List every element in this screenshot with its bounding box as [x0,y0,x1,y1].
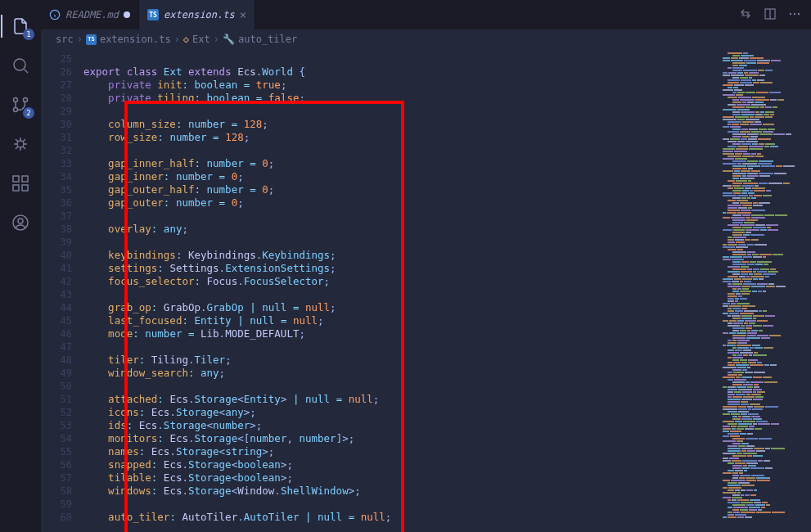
more-icon[interactable] [788,7,801,23]
svg-point-0 [14,59,25,70]
activity-bar: 1 2 [0,0,41,532]
tab-extension[interactable]: TS extension.ts × [139,0,255,29]
info-icon [49,9,61,20]
compare-icon[interactable] [739,7,752,23]
chevron-right-icon: › [77,34,83,45]
explorer-badge: 1 [23,29,34,40]
line-gutter: 2526272829303132333435363738394041424344… [41,49,83,532]
chevron-right-icon: › [214,34,219,45]
editor-row: 2526272829303132333435363738394041424344… [41,49,811,532]
editor-main: README.md TS extension.ts × src › TS ext… [41,0,811,532]
split-icon[interactable] [764,7,777,23]
tab-label: README.md [65,9,119,20]
scm-badge: 2 [23,107,34,119]
svg-rect-6 [13,185,19,191]
minimap[interactable] [717,49,811,532]
svg-rect-5 [13,176,19,182]
svg-point-15 [798,12,800,14]
breadcrumb-part[interactable]: Ext [192,34,210,45]
svg-point-3 [14,98,18,102]
class-icon: ◇ [183,34,189,45]
code-area[interactable]: export class Ext extends Ecs.World { pri… [83,49,717,532]
tab-bar: README.md TS extension.ts × [41,0,811,29]
close-icon[interactable]: × [240,8,246,21]
svg-point-2 [14,108,18,112]
search-icon[interactable] [1,46,40,85]
svg-point-13 [790,12,791,14]
tab-readme[interactable]: README.md [41,0,139,29]
breadcrumb-part[interactable]: extension.ts [100,34,171,45]
typescript-icon: TS [147,9,159,20]
chevron-right-icon: › [174,34,180,45]
explorer-icon[interactable]: 1 [1,7,40,46]
editor-actions [729,0,811,29]
debug-icon[interactable] [1,124,40,164]
svg-point-4 [17,141,24,147]
source-control-icon[interactable]: 2 [1,85,40,124]
breadcrumb[interactable]: src › TS extension.ts › ◇ Ext › 🔧 auto_t… [41,29,811,49]
property-icon: 🔧 [223,34,235,45]
svg-rect-8 [22,176,28,182]
svg-point-10 [18,219,23,223]
account-icon[interactable] [1,203,40,242]
svg-point-14 [794,12,795,14]
typescript-icon: TS [86,34,97,45]
tab-label: extension.ts [164,9,235,20]
svg-rect-7 [22,185,28,191]
breadcrumb-part[interactable]: auto_tiler [238,34,297,45]
extensions-icon[interactable] [1,164,40,203]
breadcrumb-part[interactable]: src [56,34,74,45]
dirty-indicator-icon [124,11,130,18]
